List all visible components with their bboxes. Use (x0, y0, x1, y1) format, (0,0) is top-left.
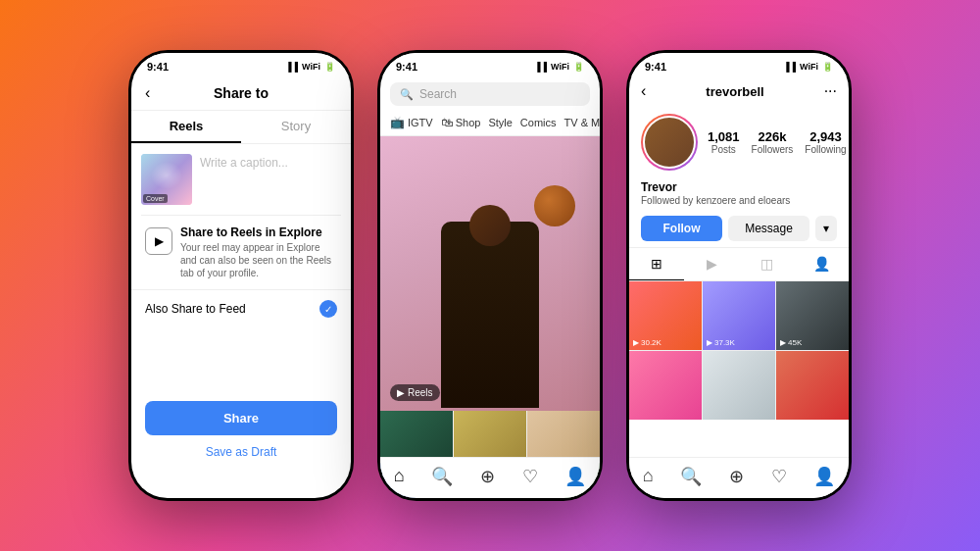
status-time-2: 9:41 (396, 61, 417, 73)
grid-thumb-1[interactable] (380, 411, 453, 462)
share-to-reels-section: ▶ Share to Reels in Explore Your reel ma… (131, 216, 351, 289)
followers-count: 226k (752, 129, 794, 144)
status-time-3: 9:41 (645, 61, 666, 73)
profile-username: trevorbell (654, 84, 815, 99)
tab-reels[interactable]: ▶ (684, 248, 739, 280)
phone-share: 9:41 ▐▐ WiFi 🔋 ‹ Share to Reels Story (128, 50, 354, 501)
profile-info: 1,081 Posts 226k Followers 2,943 Followi… (629, 106, 849, 178)
explore-background (380, 136, 600, 411)
bottom-nav-2: ⌂ 🔍 ⊕ ♡ 👤 (380, 457, 600, 498)
nav-heart-3[interactable]: ♡ (771, 466, 787, 487)
profile-grid: ▶ 30.2K ▶ 37.3K ▶ 45K (629, 281, 849, 420)
stat-posts: 1,081 Posts (708, 129, 740, 155)
followers-label: Followers (752, 144, 794, 155)
shop-icon: 🛍 (441, 116, 453, 129)
profile-grid-item-4[interactable] (629, 351, 702, 420)
message-button[interactable]: Message (728, 216, 809, 241)
back-button[interactable]: ‹ (145, 84, 150, 102)
nav-profile-2[interactable]: 👤 (564, 466, 586, 487)
avatar-ring (641, 114, 698, 171)
follow-button[interactable]: Follow (641, 216, 722, 241)
category-style[interactable]: Style (488, 116, 512, 129)
grid-thumb-3[interactable] (527, 411, 600, 462)
nav-add-3[interactable]: ⊕ (729, 466, 744, 487)
person-figure (441, 185, 539, 411)
status-icons-2: ▐▐ WiFi 🔋 (534, 62, 584, 72)
stats-row: 1,081 Posts 226k Followers 2,943 Followi… (708, 129, 847, 155)
grid-thumb-2[interactable] (454, 411, 526, 462)
category-shop[interactable]: 🛍 Shop (441, 116, 481, 129)
person-body (441, 222, 539, 408)
tab-tagged[interactable]: 👤 (794, 248, 849, 280)
following-count: 2,943 (805, 129, 846, 144)
caption-area: Cover Write a caption... (131, 144, 351, 215)
also-share-row: Also Share to Feed ✓ (131, 289, 351, 327)
basketball (534, 185, 575, 226)
profile-grid-item-2[interactable]: ▶ 37.3K (703, 281, 775, 350)
tab-reels[interactable]: Reels (131, 111, 241, 143)
share-button[interactable]: Share (145, 401, 337, 435)
reels-icon: ▶ (145, 227, 172, 255)
tab-grid[interactable]: ⊞ (629, 248, 684, 280)
posts-label: Posts (708, 144, 740, 155)
status-bar-3: 9:41 ▐▐ WiFi 🔋 (629, 53, 849, 76)
status-bar-1: 9:41 ▐▐ WiFi 🔋 (131, 53, 351, 76)
content-tabs: ⊞ ▶ ◫ 👤 (629, 247, 849, 281)
tab-saved[interactable]: ◫ (739, 248, 794, 280)
action-buttons: Follow Message ▾ (629, 210, 849, 247)
also-share-checkbox[interactable]: ✓ (319, 300, 337, 318)
search-placeholder: Search (419, 87, 457, 101)
nav-heart-2[interactable]: ♡ (522, 466, 538, 487)
nav-home-2[interactable]: ⌂ (394, 466, 405, 486)
following-label: Following (805, 144, 846, 155)
profile-back-button[interactable]: ‹ (641, 82, 646, 100)
stat-following: 2,943 Following (805, 129, 846, 155)
play-icon-2: ▶ (707, 338, 712, 347)
status-time-1: 9:41 (147, 61, 169, 73)
cover-label: Cover (143, 194, 168, 203)
phone-profile: 9:41 ▐▐ WiFi 🔋 ‹ trevorbell ··· (626, 50, 852, 501)
save-draft-button[interactable]: Save as Draft (206, 445, 277, 459)
tab-story[interactable]: Story (241, 111, 351, 143)
caption-input-placeholder[interactable]: Write a caption... (200, 154, 341, 170)
share-actions: Share Save as Draft (131, 401, 351, 459)
nav-search-2[interactable]: 🔍 (431, 466, 453, 487)
category-igtv[interactable]: 📺 IGTV (390, 116, 433, 129)
grid-count-2: ▶ 37.3K (707, 338, 735, 347)
profile-grid-item-3[interactable]: ▶ 45K (776, 281, 849, 350)
phone-explore: 9:41 ▐▐ WiFi 🔋 🔍 Search 📺 IGTV 🛍 (377, 50, 603, 501)
grid-count-3: ▶ 45K (780, 338, 802, 347)
search-icon: 🔍 (400, 88, 414, 101)
category-comics[interactable]: Comics (520, 116, 557, 129)
posts-count: 1,081 (708, 129, 740, 144)
profile-header: ‹ trevorbell ··· (629, 76, 849, 106)
reels-badge-icon: ▶ (397, 387, 405, 398)
profile-grid-item-1[interactable]: ▶ 30.2K (629, 281, 702, 350)
profile-followed-by: Followed by kenzoere and eloears (641, 195, 837, 206)
profile-grid-item-6[interactable] (776, 351, 849, 420)
nav-search-3[interactable]: 🔍 (680, 466, 702, 487)
search-bar[interactable]: 🔍 Search (390, 82, 590, 106)
dropdown-button[interactable]: ▾ (815, 216, 837, 241)
profile-display-name: Trevor (641, 180, 837, 194)
avatar-image (643, 116, 696, 169)
profile-grid-item-5[interactable] (703, 351, 775, 420)
cover-thumbnail: Cover (141, 154, 192, 205)
status-bar-2: 9:41 ▐▐ WiFi 🔋 (380, 53, 600, 76)
person-head (469, 205, 511, 246)
play-icon-1: ▶ (633, 338, 639, 347)
nav-profile-3[interactable]: 👤 (813, 466, 835, 487)
status-icons-3: ▐▐ WiFi 🔋 (783, 62, 833, 72)
share-explore-title: Share to Reels in Explore (180, 225, 337, 239)
share-explore-description: Your reel may appear in Explore and can … (180, 241, 337, 279)
profile-more-button[interactable]: ··· (824, 82, 837, 100)
share-text-block: Share to Reels in Explore Your reel may … (180, 225, 337, 279)
status-icons-1: ▐▐ WiFi 🔋 (285, 62, 335, 72)
share-header: ‹ Share to (131, 76, 351, 111)
nav-add-2[interactable]: ⊕ (480, 466, 495, 487)
category-tvmovie[interactable]: TV & Movi... (564, 116, 600, 129)
also-share-label: Also Share to Feed (145, 302, 246, 316)
igtv-icon: 📺 (390, 116, 405, 129)
explore-main: ▶ Reels (380, 136, 600, 411)
nav-home-3[interactable]: ⌂ (643, 466, 654, 486)
